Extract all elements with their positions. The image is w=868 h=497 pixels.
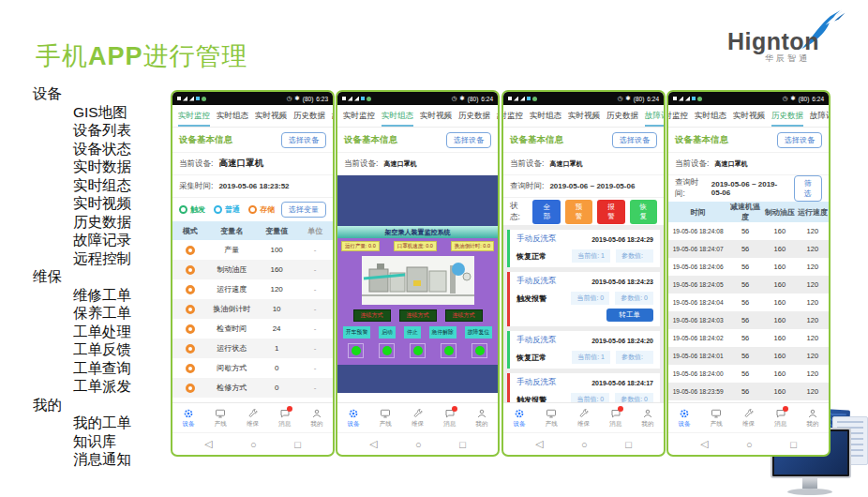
scada-mode-button[interactable]: 连续方式	[445, 309, 483, 322]
history-cell: 56	[727, 227, 763, 235]
scada-control-button-停止[interactable]: 停止	[404, 326, 421, 339]
tab-实时组态[interactable]: 实时组态	[695, 105, 726, 127]
filter-button[interactable]: 筛选	[794, 175, 822, 202]
filter-button-恢复[interactable]: 恢复	[630, 200, 657, 224]
android-home-button[interactable]: ○	[581, 439, 588, 450]
nav-item-消息[interactable]: 消息	[434, 403, 466, 432]
outline-item: 消息通知	[33, 450, 131, 469]
alarm-card[interactable]: 手动反洗泵2019-05-06 18:24:17触发报警当前值: 0参数值: 0…	[507, 373, 660, 402]
alarm-time: 2019-05-06 18:24:29	[591, 236, 653, 243]
scada-control-button-故障复位[interactable]: 故障复位	[465, 326, 492, 339]
col-header: 变量值	[256, 226, 297, 236]
tab-bar: 实时监控实时组态实时视频历史数据故障记录远程控制	[501, 105, 664, 128]
nav-item-我的[interactable]: 我的	[797, 403, 829, 432]
alarm-card[interactable]: 手动反洗泵2019-05-06 18:24:23触发报警当前值: 0参数值: 0…	[507, 272, 660, 326]
alarm-card-top: 手动反洗泵2019-05-06 18:24:29	[516, 233, 653, 245]
filter-button-报警[interactable]: 报警	[597, 200, 624, 224]
history-cell: 160	[763, 227, 797, 235]
android-back-button[interactable]: ◁	[700, 438, 708, 450]
tab-历史数据[interactable]: 历史数据	[606, 105, 638, 127]
tab-实时监控[interactable]: 实时监控	[178, 105, 210, 127]
android-home-button[interactable]: ○	[746, 439, 753, 450]
collect-time-label: 采集时间:	[179, 181, 213, 192]
nav-item-设备[interactable]: 设备	[668, 403, 700, 432]
tab-故障记录[interactable]: 故障记录	[810, 105, 829, 127]
alarm-card[interactable]: 手动反洗泵2019-05-06 18:24:20恢复正常当前值: 1参数值:	[507, 331, 660, 369]
tab-历史数据[interactable]: 历史数据	[293, 105, 325, 127]
tab-实时监控[interactable]: 实时监控	[501, 105, 523, 127]
filter-button-全部[interactable]: 全部	[532, 200, 560, 224]
nav-item-维保[interactable]: 维保	[567, 403, 599, 432]
nav-item-维保[interactable]: 维保	[236, 403, 268, 432]
outline-item: 历史数据	[33, 213, 131, 232]
android-back-button[interactable]: ◁	[369, 438, 377, 450]
tab-实时监控[interactable]: 实时监控	[343, 105, 375, 127]
nav-item-消息[interactable]: 消息	[600, 403, 632, 432]
android-back-button[interactable]: ◁	[204, 438, 212, 450]
history-cell: 120	[797, 298, 829, 307]
scada-control-button-开车预警[interactable]: 开车预警	[343, 326, 370, 339]
select-device-button[interactable]: 选择设备	[281, 132, 326, 148]
android-recents-button[interactable]: □	[625, 439, 632, 450]
filter-button-预警[interactable]: 预警	[565, 200, 592, 224]
green-lamp-icon	[352, 346, 361, 355]
nav-item-产线[interactable]: 产线	[204, 403, 236, 432]
tab-故障记录[interactable]: 故障记录	[645, 105, 664, 127]
alarm-card[interactable]: 手动反洗泵2019-05-06 18:24:29恢复正常当前值: 1参数值:	[507, 230, 660, 267]
tab-实时组态[interactable]: 实时组态	[530, 105, 561, 127]
status-icons	[177, 97, 206, 101]
tab-实时监控[interactable]: 实时监控	[666, 105, 688, 127]
nav-item-维保[interactable]: 维保	[401, 403, 433, 432]
scada-mode-button[interactable]: 连续方式	[399, 309, 437, 322]
nav-item-维保[interactable]: 维保	[732, 403, 764, 432]
clock-icon: ◷	[618, 95, 623, 102]
scada-blank-top	[337, 175, 498, 226]
tab-实时视频[interactable]: 实时视频	[568, 105, 600, 127]
android-recents-button[interactable]: □	[790, 439, 797, 450]
scada-mode-button[interactable]: 连续方式	[353, 309, 391, 322]
tab-历史数据[interactable]: 历史数据	[458, 105, 490, 127]
select-variable-button[interactable]: 选择变量	[281, 202, 326, 218]
nav-item-设备[interactable]: 设备	[172, 403, 204, 432]
nav-item-设备[interactable]: 设备	[503, 403, 535, 432]
nav-item-消息[interactable]: 消息	[765, 403, 797, 432]
android-recents-button[interactable]: □	[459, 439, 466, 450]
company-logo: Hignton 华辰智通	[727, 11, 847, 69]
variable-row: 制动油压160-	[172, 260, 333, 279]
nav-item-产线[interactable]: 产线	[369, 403, 401, 432]
select-device-button[interactable]: 选择设备	[612, 132, 657, 148]
alert-icon: ✱	[294, 95, 299, 102]
android-recents-button[interactable]: □	[294, 439, 301, 450]
alarm-card-top: 手动反洗泵2019-05-06 18:24:17	[516, 377, 653, 388]
nav-item-我的[interactable]: 我的	[466, 403, 498, 432]
tab-实时组态[interactable]: 实时组态	[217, 105, 248, 127]
select-device-button[interactable]: 选择设备	[446, 132, 491, 148]
scada-control-button-启动[interactable]: 启动	[379, 326, 396, 339]
tab-实时组态[interactable]: 实时组态	[382, 105, 413, 127]
nav-item-我的[interactable]: 我的	[632, 403, 664, 432]
tab-实时视频[interactable]: 实时视频	[255, 105, 287, 127]
tab-故障记录[interactable]: 故障记录	[332, 105, 333, 127]
select-device-button[interactable]: 选择设备	[777, 132, 822, 148]
scada-control-button-急停解除[interactable]: 急停解除	[429, 326, 456, 339]
android-nav-bar: ◁○□	[172, 432, 333, 455]
tab-故障记录[interactable]: 故障记录	[497, 105, 498, 127]
to-workorder-button[interactable]: 转工单	[606, 309, 654, 322]
nav-item-产线[interactable]: 产线	[700, 403, 732, 432]
nav-label: 维保	[577, 420, 590, 429]
feature-outline: 设备GIS地图设备列表设备状态实时数据实时组态实时视频历史数据故障记录远程控制维…	[33, 84, 131, 469]
nav-item-设备[interactable]: 设备	[337, 403, 369, 432]
variable-unit: -	[297, 265, 333, 274]
tab-实时视频[interactable]: 实时视频	[733, 105, 765, 127]
variable-unit: -	[297, 384, 333, 392]
tab-实时视频[interactable]: 实时视频	[420, 105, 452, 127]
nav-label: 产线	[546, 420, 558, 429]
nav-item-产线[interactable]: 产线	[535, 403, 567, 432]
nav-item-消息[interactable]: 消息	[269, 403, 301, 432]
android-home-button[interactable]: ○	[415, 439, 422, 450]
android-home-button[interactable]: ○	[250, 439, 257, 450]
nav-item-我的[interactable]: 我的	[301, 403, 333, 432]
android-back-button[interactable]: ◁	[535, 438, 543, 450]
tab-历史数据[interactable]: 历史数据	[771, 105, 803, 127]
history-row: 19-05-06 18:24:0256160120	[668, 329, 829, 347]
